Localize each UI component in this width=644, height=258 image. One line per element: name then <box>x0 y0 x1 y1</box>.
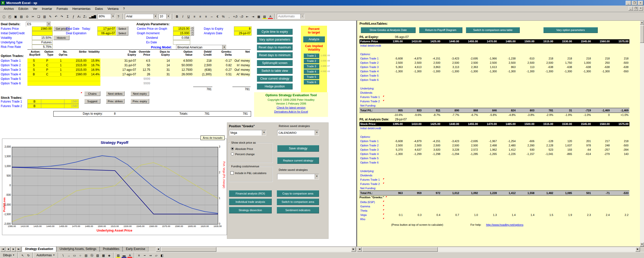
save-icon[interactable]: ▣ <box>13 14 18 19</box>
futures-price-cell[interactable]: 1560.00 <box>32 26 53 31</box>
action-button[interactable]: Switch to table view <box>257 68 293 74</box>
align-left-icon[interactable]: ≡ <box>192 14 197 19</box>
print-icon[interactable]: ▤ <box>19 14 24 19</box>
threed-icon[interactable]: ◧ <box>159 253 165 258</box>
input-cell[interactable]: 1515.00 <box>68 63 87 68</box>
font-color-icon[interactable]: A <box>268 14 273 19</box>
sheet-minimize-button[interactable]: _ <box>628 7 633 11</box>
dividend-cell[interactable]: 0.058 <box>173 36 190 40</box>
input-cell[interactable]: 1 <box>54 72 68 77</box>
calc-implied-trade-button[interactable]: Trade 6 <box>304 80 319 84</box>
input-cell[interactable]: 1 <box>54 63 68 68</box>
diagram-icon[interactable]: ◈ <box>107 253 112 258</box>
calc-implied-trade-button[interactable]: Trade 3 <box>304 64 319 69</box>
prev-sheet-icon[interactable]: ◀ <box>6 247 11 252</box>
borders-icon[interactable]: ▦ <box>256 14 261 19</box>
action-button[interactable]: Split/unsplit screen <box>257 60 293 66</box>
menu-item[interactable]: Formato <box>54 6 70 11</box>
action-button[interactable]: Reset days to maximum <box>257 44 293 50</box>
percent-change-radio[interactable]: Percent change <box>231 152 272 156</box>
payoff-chart[interactable]: Strategy Payoff Underlying Asset Price P… <box>2 139 227 235</box>
calc-implied-trade-button[interactable]: Trade 5 <box>304 75 319 79</box>
first-sheet-icon[interactable]: |◀ <box>1 247 5 252</box>
addin-link[interactable]: Derivatives Add-in for Excel <box>254 110 328 113</box>
input-cell[interactable]: S <box>27 58 41 63</box>
help-icon[interactable]: ? <box>116 14 121 19</box>
input-cell[interactable]: S <box>27 68 41 72</box>
align-right-icon[interactable]: ≡ <box>204 14 209 19</box>
input-cell[interactable] <box>87 77 100 81</box>
stock-tool-button[interactable]: Next expiry <box>131 91 149 96</box>
bold-icon[interactable]: B <box>175 14 180 19</box>
new-icon[interactable]: ▢ <box>2 14 7 19</box>
left-pane-hscrollbar[interactable]: ◀ ▶ <box>156 247 356 252</box>
italic-icon[interactable]: I <box>180 14 185 19</box>
input-cell[interactable]: 1 <box>54 68 68 72</box>
calc-implied-trade-button[interactable]: Trade 2 <box>304 59 319 63</box>
chevron-down-icon[interactable]: ▼ <box>315 174 319 179</box>
input-cell[interactable]: B <box>27 72 41 77</box>
redo-icon[interactable]: ↷ <box>59 14 64 19</box>
chevron-down-icon[interactable]: ▼ <box>300 14 304 19</box>
thousands-icon[interactable]: , <box>227 14 232 19</box>
fill-color-icon[interactable]: ▨ <box>116 253 121 258</box>
risk-free-cell[interactable]: 5.75% <box>32 45 53 49</box>
fill-color-icon[interactable]: ▨ <box>262 14 267 19</box>
chevron-down-icon[interactable]: ▼ <box>315 130 319 135</box>
scroll-right-icon[interactable]: ▶ <box>351 247 356 252</box>
menu-item[interactable]: Edición <box>16 6 30 11</box>
action-button[interactable]: Clear current strategy <box>257 76 293 82</box>
days-to-expiry-cell[interactable]: 8 <box>234 26 252 31</box>
undo-icon[interactable]: ↶ <box>54 14 59 19</box>
draw-font-color-icon[interactable]: A <box>127 253 132 258</box>
sheet-restore-button[interactable]: ❐ <box>633 7 638 11</box>
input-cell[interactable]: P <box>41 68 54 72</box>
menu-item[interactable]: Ver <box>30 6 39 11</box>
spin-down-icon[interactable]: ▾ <box>190 29 194 31</box>
spin-down-icon[interactable]: ▾ <box>190 33 194 36</box>
dibujo-menu[interactable]: Dibujo▼ <box>2 253 16 257</box>
sheet-close-button[interactable]: × <box>638 7 643 11</box>
analysis-date-cell[interactable]: 29-jul-07 <box>234 31 252 36</box>
action-button[interactable]: Cycle time to expiry <box>257 29 293 35</box>
input-cell[interactable] <box>68 81 87 86</box>
pricing-model-combo[interactable]: Binomial American▼ <box>176 45 226 50</box>
input-cell[interactable]: B <box>27 99 42 104</box>
input-cell[interactable] <box>54 77 68 81</box>
deal-date-cell[interactable]: 17-jul-07 <box>97 26 116 31</box>
stock-tool-button[interactable]: Next strikes <box>106 91 125 96</box>
decrease-decimal-icon[interactable]: -,0 <box>239 14 244 19</box>
retrieve-strategies-combo[interactable]: CALENDARIO▼ <box>277 130 319 136</box>
input-cell[interactable]: P <box>41 58 54 63</box>
chevron-down-icon[interactable]: ▼ <box>262 130 266 135</box>
sheet-tab[interactable]: Probabilities <box>100 247 123 252</box>
historic-button[interactable]: Historic <box>53 35 69 40</box>
input-cell[interactable]: 1515.00 <box>68 58 87 63</box>
right-pane-hscrollbar[interactable]: ◀ ▶ <box>357 247 640 252</box>
autoformas-menu[interactable]: Autoformas▼ <box>35 253 56 257</box>
ex-date-cell[interactable] <box>173 40 190 45</box>
vertical-scroll-thumb[interactable] <box>640 25 644 43</box>
menu-item[interactable]: Ventana <box>105 6 121 11</box>
clipart-icon[interactable]: ▧ <box>95 253 100 258</box>
input-cell[interactable] <box>27 77 41 81</box>
input-cell[interactable] <box>41 77 54 81</box>
stock-tool-button[interactable]: Prev. strikes <box>106 99 125 104</box>
analysis-button[interactable]: Strategy dissection <box>229 207 272 213</box>
percent-icon[interactable]: % <box>221 14 226 19</box>
shadow-icon[interactable]: ▱ <box>154 253 159 258</box>
increase-indent-icon[interactable]: ⇥ <box>251 14 256 19</box>
radio-icon[interactable] <box>231 147 234 150</box>
oval-icon[interactable]: ○ <box>78 253 83 258</box>
pl-table-button[interactable]: Return to Payoff Diagram <box>419 27 462 33</box>
sheet-tab[interactable]: Strategy Evaluation <box>22 247 56 252</box>
input-cell[interactable] <box>41 104 65 108</box>
chevron-down-icon[interactable]: ▼ <box>47 22 51 26</box>
input-cell[interactable]: 1 <box>54 58 68 63</box>
symbol-combo[interactable]: ES▼ <box>26 22 51 27</box>
zoom-combo[interactable]: 80%▼ <box>98 14 115 19</box>
input-cell[interactable]: 16.7% <box>87 63 100 68</box>
pl-table-button[interactable]: Switch to comparison area table <box>466 27 520 33</box>
input-cell[interactable]: B <box>27 104 42 108</box>
input-cell[interactable]: 1560 <box>64 99 79 104</box>
